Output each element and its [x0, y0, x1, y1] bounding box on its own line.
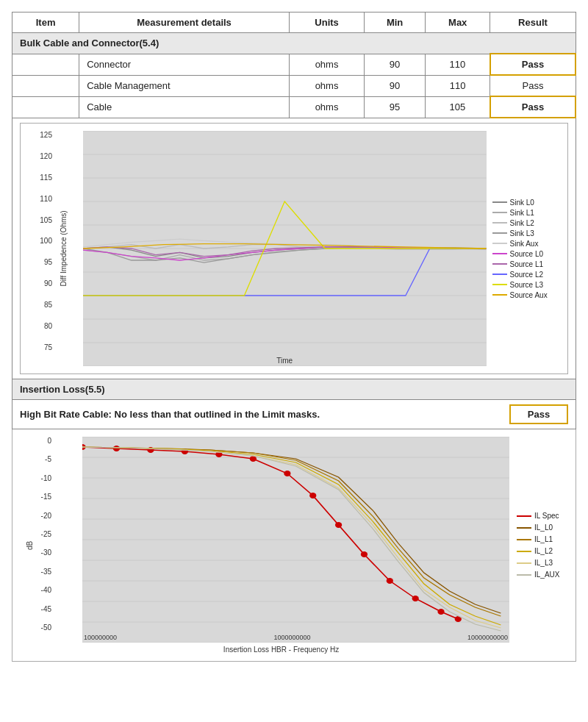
- hbr-label-text: No less than that outlined in the Limit …: [115, 409, 320, 420]
- il-chart-inner: dB 0-5-10-15-20 -25-30-35-40-45-50: [20, 437, 568, 654]
- hbr-result: Pass: [509, 404, 568, 424]
- svg-point-34: [437, 609, 444, 615]
- legend-label: IL_L3: [534, 559, 553, 567]
- legend-label: Source L1: [510, 260, 544, 268]
- cell-result-3: Pass: [490, 96, 576, 118]
- il-x-axis-label: Insertion Loss HBR - Frequency Hz: [53, 646, 509, 654]
- cell-details-2: Cable Management: [79, 75, 290, 96]
- legend-item-source-l3: Source L3: [492, 281, 560, 289]
- legend-item-sink-aux: Sink Aux: [492, 240, 560, 248]
- impedance-chart-area: Time: [83, 131, 487, 366]
- legend-item-source-aux: Source Aux: [492, 291, 560, 299]
- legend-label: Source L2: [510, 271, 544, 279]
- svg-point-31: [361, 551, 368, 557]
- legend-item-source-l0: Source L0: [492, 250, 560, 258]
- legend-label: IL_L2: [534, 547, 553, 555]
- table-row: Cable Management ohms 90 110 Pass: [12, 75, 576, 96]
- cell-max-1: 110: [426, 54, 490, 75]
- il-legend-l2: IL_L2: [517, 547, 568, 555]
- insertion-loss-section-header: Insertion Loss(5.5): [12, 379, 576, 400]
- cell-details-3: Cable: [79, 96, 290, 118]
- cell-units-3: ohms: [289, 96, 364, 118]
- col-header-measurement: Measurement details: [79, 12, 290, 33]
- impedance-chart-cell: Diff Impedence (Ohms) 125120115110105 10…: [12, 118, 576, 379]
- col-header-result: Result: [490, 12, 576, 33]
- legend-label: Source L3: [510, 281, 544, 289]
- il-y-axis-ticks: 0-5-10-15-20 -25-30-35-40-45-50: [31, 437, 51, 632]
- section-bulk-cable-title: Bulk Cable and Connector(5.4): [12, 33, 576, 54]
- x-tick-2: 1000000000: [273, 634, 310, 641]
- svg-point-29: [309, 493, 316, 498]
- legend-label: Sink L3: [510, 229, 534, 237]
- impedance-svg: [83, 131, 487, 366]
- cell-max-2: 110: [426, 75, 490, 96]
- svg-point-28: [284, 471, 290, 476]
- legend-item-sink-l2: Sink L2: [492, 219, 560, 227]
- il-legend: IL Spec IL_L0 IL_L1 IL_L2 IL_L3 IL_AUX: [509, 437, 568, 654]
- cell-units-1: ohms: [289, 54, 364, 75]
- impedance-chart-container: Diff Impedence (Ohms) 125120115110105 10…: [20, 123, 568, 374]
- y-axis-ticks: 125120115110105 1009590858075: [32, 131, 52, 351]
- legend-label: IL_L0: [534, 523, 553, 532]
- x-tick-1: 100000000: [84, 634, 117, 641]
- cell-units-2: ohms: [289, 75, 364, 96]
- cell-item-1: [12, 54, 79, 75]
- legend-item-sink-l0: Sink L0: [492, 199, 560, 207]
- x-tick-3: 10000000000: [467, 634, 508, 641]
- svg-point-32: [387, 578, 393, 584]
- il-legend-l3: IL_L3: [517, 559, 568, 567]
- col-header-max: Max: [426, 12, 490, 33]
- impedance-legend: Sink L0 Sink L1 Sink L2 Sink L3: [487, 131, 560, 366]
- impedance-chart-row: Diff Impedence (Ohms) 125120115110105 10…: [12, 118, 576, 379]
- cell-min-2: 90: [365, 75, 426, 96]
- cell-result-2: Pass: [490, 75, 576, 96]
- x-axis-label-impedance: Time: [276, 357, 293, 365]
- legend-item-sink-l1: Sink L1: [492, 209, 560, 217]
- main-table: Item Measurement details Units Min Max R…: [12, 12, 576, 379]
- il-legend-l1: IL_L1: [517, 535, 568, 543]
- legend-label: Sink L2: [510, 219, 534, 227]
- cell-min-1: 90: [365, 54, 426, 75]
- col-header-min: Min: [365, 12, 426, 33]
- hbr-label: High Bit Rate Cable: No less than that o…: [20, 409, 509, 420]
- svg-point-30: [335, 522, 342, 528]
- legend-label: IL_L1: [534, 535, 553, 543]
- il-legend-spec: IL Spec: [517, 512, 568, 520]
- col-header-units: Units: [289, 12, 364, 33]
- il-svg: [82, 437, 509, 643]
- cell-item-2: [12, 75, 79, 96]
- legend-item-source-l1: Source L1: [492, 260, 560, 268]
- y-axis-label: Diff Impedence (Ohms): [60, 210, 68, 286]
- col-header-item: Item: [12, 12, 79, 33]
- legend-label: IL Spec: [534, 512, 559, 520]
- legend-label: Sink L0: [510, 199, 534, 207]
- cell-details-1: Connector: [79, 54, 290, 75]
- legend-item-sink-l3: Sink L3: [492, 229, 560, 237]
- legend-label: Sink L1: [510, 209, 534, 217]
- il-chart-area: 100000000 1000000000 10000000000: [82, 437, 509, 643]
- legend-label: Source L0: [510, 250, 544, 258]
- table-row: Cable ohms 95 105 Pass: [12, 96, 576, 118]
- cell-result-1: Pass: [490, 54, 576, 75]
- il-legend-aux: IL_AUX: [517, 571, 568, 579]
- legend-label: IL_AUX: [534, 571, 559, 579]
- section-bulk-cable: Bulk Cable and Connector(5.4): [12, 33, 576, 54]
- hbr-label-bold: High Bit Rate Cable:: [20, 409, 112, 420]
- il-legend-l0: IL_L0: [517, 523, 568, 532]
- legend-item-source-l2: Source L2: [492, 271, 560, 279]
- legend-label: Source Aux: [510, 291, 548, 299]
- svg-point-33: [412, 596, 419, 601]
- cell-max-3: 105: [426, 96, 490, 118]
- cell-item-3: [12, 96, 79, 118]
- legend-label: Sink Aux: [510, 240, 539, 248]
- hbr-row: High Bit Rate Cable: No less than that o…: [12, 400, 576, 429]
- svg-point-23: [113, 446, 120, 451]
- il-chart-container: dB 0-5-10-15-20 -25-30-35-40-45-50: [12, 429, 576, 662]
- cell-min-3: 95: [365, 96, 426, 118]
- table-row: Connector ohms 90 110 Pass: [12, 54, 576, 75]
